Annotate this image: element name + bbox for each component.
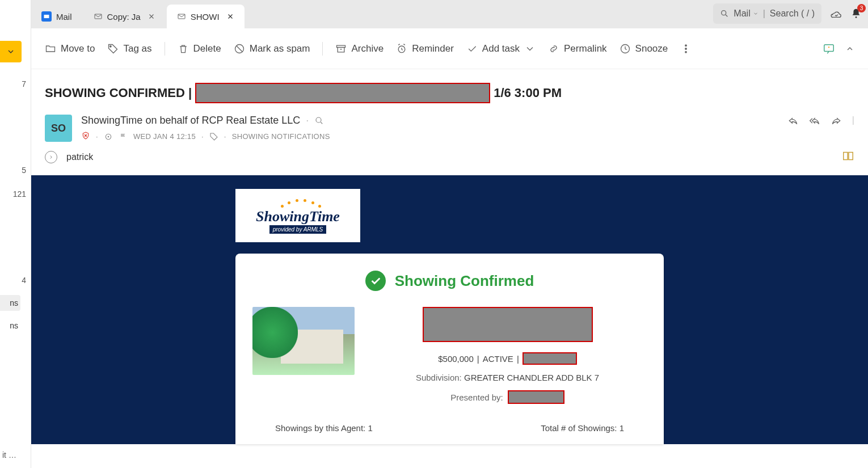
close-icon[interactable] [226,12,234,20]
spam-button[interactable]: Mark as spam [234,43,310,54]
block-icon [234,43,245,54]
redacted-presenter [508,390,564,404]
sidebar-count[interactable]: 7 [22,79,26,88]
tab-copy[interactable]: Copy: Ja [83,5,166,28]
close-icon[interactable] [148,12,155,20]
clock-icon [620,43,631,54]
sender-row: SO ShowingTime on behalf of RCP Real Est… [31,109,868,142]
svg-rect-12 [824,44,834,51]
tab-showing[interactable]: SHOWI [167,5,245,28]
message-pane: SHOWING CONFIRMED | 1/6 3:00 PM SO Showi… [31,69,868,468]
subject-suffix: 1/6 3:00 PM [494,86,562,100]
search-scope[interactable]: Mail [734,9,758,19]
envelope-icon [177,12,186,21]
sidebar-tag[interactable]: ns [0,318,20,334]
sender-name: ShowingTime on behalf of RCP Real Estate… [81,115,300,127]
tag-as-button[interactable]: Tag as [107,43,151,54]
svg-point-4 [856,16,857,18]
recipient-name: patrick [66,152,93,162]
search-icon [720,9,729,18]
svg-point-13 [316,117,321,123]
forward-icon[interactable] [831,115,842,126]
search-box[interactable]: Mail | Search ( / ) [713,3,821,24]
email-body: ShowingTime provided by ARMLS Showing Co… [31,175,868,444]
toolbar-separator [322,42,323,56]
compose-button[interactable] [0,41,22,62]
trash-icon [178,43,189,54]
target-icon[interactable] [104,132,113,141]
subject-line: SHOWING CONFIRMED | 1/6 3:00 PM [31,69,868,109]
permalink-button[interactable]: Permalink [548,43,607,54]
svg-rect-2 [178,14,185,19]
showingtime-logo: ShowingTime provided by ARMLS [235,189,360,242]
search-sender-icon[interactable] [314,116,325,126]
tab-label: Mail [56,12,72,22]
svg-point-11 [685,51,687,53]
cloud-sync-icon[interactable] [829,7,842,20]
redacted-address [195,83,490,103]
chevron-up-icon[interactable] [845,44,854,53]
toolbar-separator [165,42,165,56]
reminder-button[interactable]: Reminder [396,43,454,54]
svg-point-5 [110,45,112,47]
recipient-row: patrick [31,142,868,175]
envelope-icon [94,12,103,21]
tag-icon[interactable] [209,132,218,141]
sender-avatar: SO [45,115,72,142]
tag-icon [107,43,119,54]
check-icon [466,43,478,54]
category-label: SHOWING NOTIFICATIONS [232,132,330,141]
expand-recipients-icon[interactable] [45,151,57,163]
left-sidebar: 7 5 121 4 ns ns it … [0,0,31,468]
svg-rect-0 [44,15,49,18]
confirmation-headline: Showing Confirmed [395,272,534,290]
svg-point-15 [108,136,109,137]
svg-point-9 [685,44,687,46]
search-placeholder: Search ( / ) [770,9,815,19]
search-divider: | [763,9,765,19]
add-task-button[interactable]: Add task [466,43,536,54]
svg-point-3 [722,11,726,15]
subject-prefix: SHOWING CONFIRMED | [45,86,192,100]
timestamp: WED JAN 4 12:15 [133,132,196,141]
tab-mail[interactable]: Mail [31,5,82,28]
presented-by-line: Presented by: [368,390,647,404]
more-vertical-icon [680,43,692,54]
sidebar-tag[interactable]: ns [0,295,20,311]
reply-icon[interactable] [787,115,799,126]
shield-icon[interactable] [81,131,90,142]
archive-button[interactable]: Archive [335,43,384,54]
tab-label: SHOWI [191,12,220,22]
subdivision-line: Subdivision: GREATER CHANDLER ADD BLK 7 [368,373,647,382]
chevron-down-icon [524,43,536,54]
link-icon [548,43,559,54]
comment-icon[interactable] [823,43,835,55]
check-circle-icon [365,271,386,291]
folder-icon [45,43,56,54]
move-to-button[interactable]: Move to [45,43,95,54]
archive-icon [335,43,347,54]
sidebar-count[interactable]: 4 [22,276,26,285]
top-right-controls: Mail | Search ( / ) 3 [713,3,862,24]
svg-point-10 [685,48,687,49]
redacted-property-address [423,307,593,342]
tab-label: Copy: Ja [107,12,141,22]
svg-rect-1 [95,14,102,19]
flag-icon[interactable] [119,132,128,141]
showing-stats: Showings by this Agent: 1 Total # of Sho… [252,423,647,433]
tab-bar: Mail Copy: Ja SHOWI Mail | Search ( / ) … [31,0,868,28]
property-photo [252,307,355,375]
chevron-down-icon [753,11,759,16]
notifications-badge: 3 [857,4,866,12]
reading-mode-icon[interactable] [842,150,854,165]
reply-all-icon[interactable] [809,115,820,126]
delete-button[interactable]: Delete [178,43,221,54]
confirmation-card: Showing Confirmed $500,000 | ACTIVE | [235,254,664,444]
chevron-down-icon [6,47,15,56]
sidebar-count[interactable]: 5 [22,166,26,175]
notifications-button[interactable]: 3 [850,7,862,20]
snooze-button[interactable]: Snooze [620,43,668,54]
sidebar-more[interactable]: it … [2,450,16,459]
more-actions-button[interactable] [680,43,692,54]
sidebar-count[interactable]: 121 [13,189,26,199]
